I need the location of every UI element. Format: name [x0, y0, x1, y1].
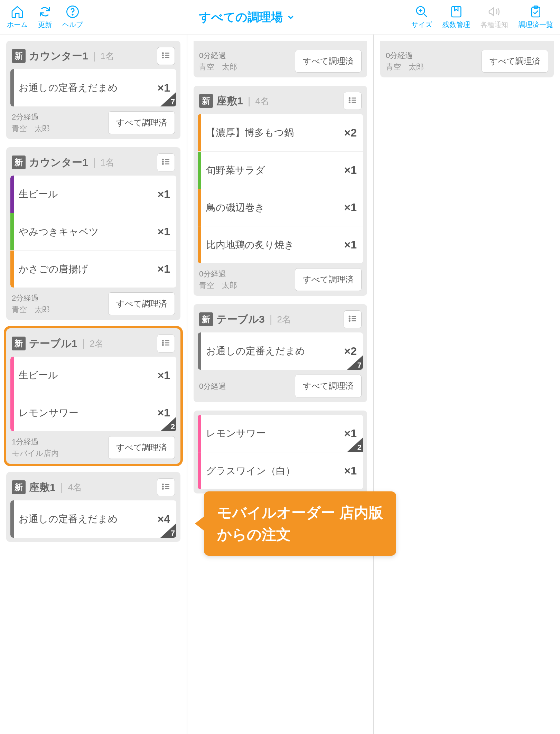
order-item[interactable]: 旬野菜サラダ×1: [198, 151, 363, 189]
order-item[interactable]: お通しの定番えだまめ×17: [10, 69, 176, 106]
order-card: 新テーブル3|2名お通しの定番えだまめ×270分経過すべて調理済: [194, 304, 367, 402]
new-badge: 新: [12, 480, 26, 494]
svg-point-7: [162, 55, 164, 56]
category-color-bar: [10, 69, 14, 106]
category-color-bar: [10, 176, 14, 213]
item-name: お通しの定番えだまめ: [19, 512, 153, 526]
svg-point-19: [162, 342, 164, 344]
item-list: 生ビール×1レモンサワー×12: [10, 357, 176, 431]
item-quantity: ×1: [158, 369, 170, 382]
mark-all-done-button[interactable]: すべて調理済: [295, 268, 362, 291]
order-item[interactable]: 生ビール×1: [10, 357, 176, 394]
help-button[interactable]: ヘルプ: [62, 5, 83, 29]
mark-all-done-button[interactable]: すべて調理済: [108, 436, 175, 459]
svg-point-1: [72, 14, 73, 15]
item-quantity: ×1: [344, 464, 357, 477]
card-details-button[interactable]: [157, 47, 175, 65]
order-item[interactable]: グラスワイン（白）×1: [198, 452, 363, 489]
mark-all-done-button[interactable]: すべて調理済: [108, 292, 175, 315]
svg-point-24: [162, 484, 164, 485]
annotation-callout: モバイルオーダー 店内版 からの注文: [204, 491, 396, 556]
svg-point-30: [349, 98, 350, 99]
order-item[interactable]: 比内地鶏の炙り焼き×1: [198, 226, 363, 263]
app-header: ホーム 更新 ヘルプ すべての調理場 サイズ 残数管理 各種通知 調理済一覧: [0, 0, 560, 35]
card-details-button[interactable]: [344, 92, 362, 110]
zoom-in-icon: [415, 5, 429, 19]
refresh-button[interactable]: 更新: [38, 5, 52, 29]
card-header: 新座敷1|4名: [198, 90, 363, 111]
staff-name: 青空 太郎: [386, 61, 424, 73]
order-item[interactable]: 【濃厚】博多もつ鍋×2: [198, 114, 363, 151]
stock-button[interactable]: 残数管理: [442, 5, 470, 29]
svg-point-32: [349, 102, 350, 103]
clipboard-check-icon: [529, 5, 543, 19]
order-board: 新カウンター1|1名お通しの定番えだまめ×172分経過青空 太郎すべて調理済新カ…: [0, 35, 560, 734]
order-item[interactable]: お通しの定番えだまめ×27: [198, 332, 363, 370]
svg-point-13: [162, 161, 164, 162]
item-name: レモンサワー: [19, 406, 153, 420]
staff-name: 青空 太郎: [12, 304, 50, 315]
item-corner-badge: 7: [347, 355, 363, 370]
mark-all-done-button[interactable]: すべて調理済: [482, 50, 548, 73]
chevron-down-icon: [286, 13, 295, 22]
card-footer-info: 0分経過: [199, 380, 226, 392]
elapsed-time: 0分経過: [386, 50, 424, 61]
item-list: 【濃厚】博多もつ鍋×2旬野菜サラダ×1鳥の磯辺巻き×1比内地鶏の炙り焼き×1: [198, 114, 363, 263]
item-name: 比内地鶏の炙り焼き: [206, 238, 340, 252]
card-details-button[interactable]: [157, 335, 175, 352]
guest-count: 1名: [100, 157, 114, 169]
order-item[interactable]: 生ビール×1: [10, 176, 176, 213]
card-details-button[interactable]: [157, 153, 175, 171]
home-button[interactable]: ホーム: [7, 5, 28, 29]
elapsed-time: 2分経過: [12, 111, 50, 123]
mark-all-done-button[interactable]: すべて調理済: [295, 375, 362, 397]
card-details-button[interactable]: [344, 310, 362, 328]
card-header: 新カウンター1|1名: [10, 151, 176, 172]
staff-name: モバイル店内: [12, 448, 59, 459]
mark-all-done-button[interactable]: すべて調理済: [108, 111, 175, 134]
table-name: テーブル3: [216, 312, 265, 327]
card-footer-info: 2分経過青空 太郎: [12, 292, 50, 315]
elapsed-time: 0分経過: [199, 50, 237, 61]
item-name: お通しの定番えだまめ: [206, 345, 340, 358]
guest-count: 4名: [255, 95, 269, 107]
item-name: 生ビール: [19, 188, 153, 201]
card-header: 新テーブル1|2名: [10, 332, 176, 353]
new-badge: 新: [12, 337, 26, 350]
list-icon: [161, 481, 171, 493]
svg-point-14: [162, 163, 164, 164]
card-header: 新テーブル3|2名: [198, 308, 363, 329]
order-item[interactable]: 鳥の磯辺巻き×1: [198, 189, 363, 226]
item-list: レモンサワー×12グラスワイン（白）×1: [198, 415, 363, 489]
board-column: 0分経過青空 太郎すべて調理済新座敷1|4名【濃厚】博多もつ鍋×2旬野菜サラダ×…: [187, 35, 373, 734]
staff-name: 青空 太郎: [199, 61, 237, 73]
order-item[interactable]: お通しの定番えだまめ×47: [10, 500, 176, 538]
mark-all-done-button[interactable]: すべて調理済: [295, 50, 362, 73]
new-badge: 新: [199, 312, 213, 326]
item-name: 生ビール: [19, 369, 153, 382]
item-quantity: ×1: [344, 164, 357, 177]
card-details-button[interactable]: [157, 478, 175, 496]
size-button[interactable]: サイズ: [411, 5, 432, 29]
order-card-stub: 0分経過青空 太郎すべて調理済: [380, 41, 554, 77]
header-right: サイズ 残数管理 各種通知 調理済一覧: [411, 5, 553, 29]
order-item[interactable]: レモンサワー×12: [10, 394, 176, 431]
board-column: 0分経過青空 太郎すべて調理済: [373, 35, 560, 734]
card-footer-info: 0分経過青空 太郎: [199, 50, 237, 73]
card-footer-info: 0分経過青空 太郎: [199, 268, 237, 291]
new-badge: 新: [12, 156, 26, 169]
order-item[interactable]: やみつきキャベツ×1: [10, 213, 176, 250]
home-icon: [10, 5, 24, 19]
list-icon: [161, 338, 171, 349]
order-item[interactable]: レモンサワー×12: [198, 415, 363, 452]
order-item[interactable]: かさごの唐揚げ×1: [10, 250, 176, 288]
page-title-dropdown[interactable]: すべての調理場: [199, 9, 295, 25]
item-name: かさごの唐揚げ: [19, 263, 153, 276]
category-color-bar: [10, 357, 14, 394]
card-footer: 2分経過青空 太郎すべて調理済: [10, 291, 176, 316]
done-list-button[interactable]: 調理済一覧: [519, 5, 553, 29]
table-name: カウンター1: [29, 156, 88, 170]
notify-button[interactable]: 各種通知: [480, 5, 508, 29]
category-color-bar: [10, 500, 14, 538]
staff-name: 青空 太郎: [12, 123, 50, 134]
